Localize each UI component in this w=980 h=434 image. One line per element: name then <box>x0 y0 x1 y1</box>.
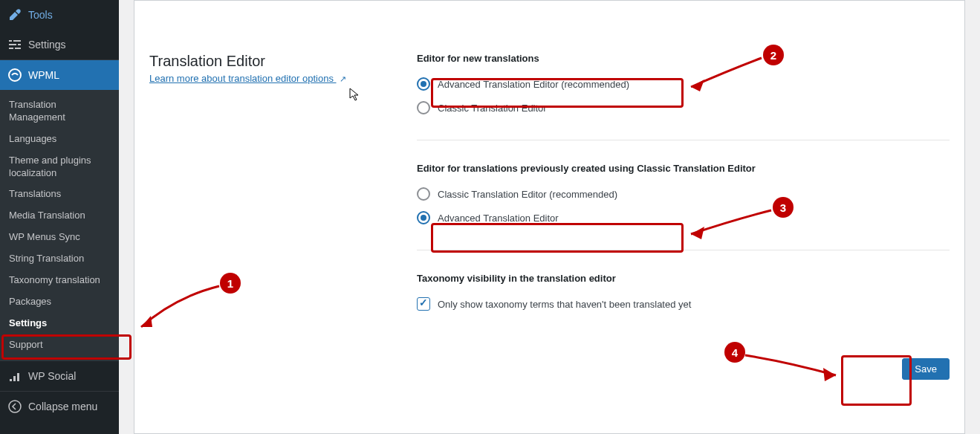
svg-point-0 <box>9 69 21 81</box>
submenu-packages[interactable]: Packages <box>0 291 119 313</box>
checkbox-label: Only show taxonomy terms that haven't be… <box>438 299 691 310</box>
right-column: Editor for new translations Advanced Tra… <box>417 53 950 380</box>
radio-row-classic[interactable]: Classic Translation Editor <box>417 101 950 114</box>
group-prev-translations: Editor for translations previously creat… <box>417 163 950 250</box>
sidebar-label: Tools <box>28 9 53 21</box>
left-column: Translation Editor Learn more about tran… <box>149 53 387 380</box>
sidebar-label: Settings <box>28 39 66 51</box>
submenu-translations[interactable]: Translations <box>0 184 119 205</box>
radio-row-advanced[interactable]: Advanced Translation Editor (recommended… <box>417 77 950 91</box>
group-taxonomy-visibility: Taxonomy visibility in the translation e… <box>417 273 950 336</box>
submenu-taxonomy-translation[interactable]: Taxonomy translation <box>0 270 119 291</box>
learn-more-link[interactable]: Learn more about translation editor opti… <box>149 73 337 84</box>
submenu-support[interactable]: Support <box>0 334 119 356</box>
radio-advanced-new[interactable] <box>417 77 430 91</box>
radio-row-advanced-prev[interactable]: Advanced Translation Editor <box>417 211 950 224</box>
radio-label: Advanced Translation Editor (recommended… <box>438 79 629 90</box>
submenu-media-translation[interactable]: Media Translation <box>0 205 119 227</box>
svg-point-1 <box>9 401 21 412</box>
sidebar-label: Collapse menu <box>28 401 97 412</box>
radio-classic-prev[interactable] <box>417 187 430 201</box>
bars-icon <box>7 369 22 383</box>
collapse-icon <box>7 399 22 414</box>
section-title: Translation Editor <box>149 53 387 70</box>
radio-classic-new[interactable] <box>417 101 430 114</box>
sidebar-item-settings[interactable]: Settings <box>0 30 119 59</box>
group-new-translations: Editor for new translations Advanced Tra… <box>417 53 950 140</box>
wpml-submenu: Translation Management Languages Theme a… <box>0 90 119 360</box>
sidebar-label: WPML <box>28 69 59 81</box>
checkbox-row-taxonomy[interactable]: Only show taxonomy terms that haven't be… <box>417 297 950 311</box>
wpml-icon <box>7 68 22 82</box>
save-row: Save <box>417 358 950 380</box>
radio-label: Classic Translation Editor (recommended) <box>438 189 617 200</box>
submenu-languages[interactable]: Languages <box>0 129 119 150</box>
checkbox-taxonomy[interactable] <box>417 297 430 311</box>
radio-row-classic-prev[interactable]: Classic Translation Editor (recommended) <box>417 187 950 201</box>
sidebar-item-wpml[interactable]: WPML <box>0 60 119 90</box>
sidebar-label: WP Social <box>28 370 76 382</box>
admin-sidebar: Tools Settings WPML Translation Manageme… <box>0 0 119 434</box>
group-label: Editor for new translations <box>417 53 950 64</box>
submenu-wp-menus-sync[interactable]: WP Menus Sync <box>0 227 119 248</box>
settings-panel: Translation Editor Learn more about tran… <box>134 0 965 434</box>
content-area: Translation Editor Learn more about tran… <box>119 0 980 434</box>
radio-advanced-prev[interactable] <box>417 211 430 224</box>
submenu-string-translation[interactable]: String Translation <box>0 248 119 270</box>
sidebar-item-wp-social[interactable]: WP Social <box>0 361 119 391</box>
submenu-settings[interactable]: Settings <box>0 313 119 334</box>
save-button[interactable]: Save <box>902 358 950 380</box>
wrench-icon <box>7 7 22 22</box>
external-link-icon: ↗ <box>340 74 346 83</box>
radio-label: Advanced Translation Editor <box>438 213 559 224</box>
submenu-theme-plugins[interactable]: Theme and plugins localization <box>0 150 119 184</box>
sidebar-item-tools[interactable]: Tools <box>0 0 119 30</box>
submenu-translation-management[interactable]: Translation Management <box>0 94 119 129</box>
group-label: Editor for translations previously creat… <box>417 163 950 174</box>
sliders-icon <box>7 37 22 52</box>
group-label: Taxonomy visibility in the translation e… <box>417 273 950 284</box>
collapse-menu[interactable]: Collapse menu <box>0 392 119 421</box>
radio-label: Classic Translation Editor <box>438 103 547 114</box>
